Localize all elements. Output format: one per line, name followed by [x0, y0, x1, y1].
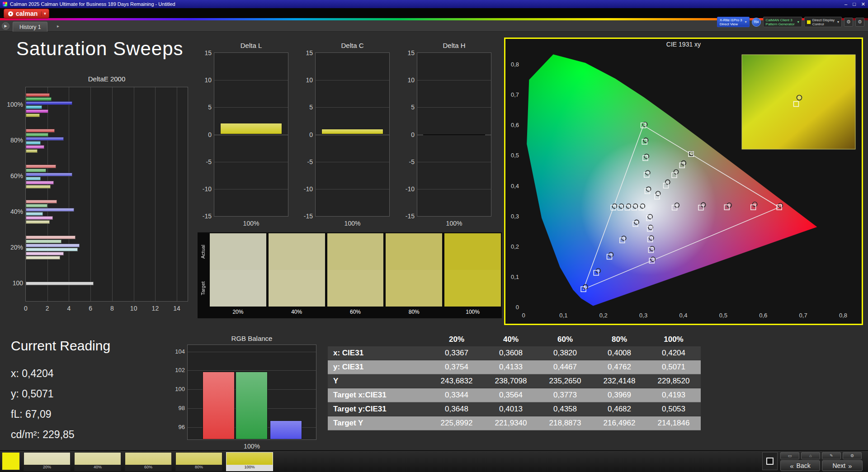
gridline [316, 162, 389, 162]
svg-text:0: 0 [516, 304, 519, 311]
reading-line: x: 0,4204 [11, 363, 174, 384]
pattern-window-button[interactable] [762, 452, 778, 470]
calman-menu-button[interactable]: calman ▾ [4, 9, 49, 19]
delta-e-bar [26, 145, 44, 149]
y-tick-label: 96 [170, 424, 185, 430]
swatch-label: 60% [125, 465, 171, 471]
saturation-level-swatch[interactable]: 100% [226, 452, 273, 471]
delta-e-bar [26, 244, 80, 247]
display-type: Control [812, 22, 835, 26]
row-label: Target x:CIE31 [328, 388, 429, 402]
display-name: Direct Display [812, 18, 835, 22]
reading-value: 67,09 [23, 408, 52, 420]
y-tick-label: 10 [196, 76, 212, 84]
group-label: 20% [3, 244, 23, 251]
meter-selector-dropdown[interactable]: X-Rite i1Pro 3 Direct View ▾ [717, 17, 750, 27]
tool-button[interactable]: ✎ [822, 452, 841, 459]
cell-value: 0,4013 [484, 402, 538, 416]
tool-button[interactable]: ⚙ [843, 452, 862, 459]
delta-h-chart[interactable]: 151050-5-10-15 [417, 52, 491, 217]
cell-value: 0,3648 [429, 402, 484, 416]
delta-l-chart[interactable]: 151050-5-10-15 [214, 52, 288, 217]
y-tick-label: -10 [196, 185, 212, 193]
svg-text:0,6: 0,6 [511, 122, 519, 128]
column-header [328, 333, 429, 346]
cell-value: 229,8520 [646, 374, 701, 388]
gridline [214, 162, 288, 162]
cell-value: 0,3367 [429, 346, 484, 360]
settings-gear-button[interactable]: ⚙ [844, 18, 853, 27]
x-tick-label: 10 [127, 305, 141, 312]
cell-value: 0,3969 [592, 388, 646, 402]
meter-status-badge: 704 [752, 18, 761, 27]
delta-e-bar [26, 141, 41, 145]
delta-e-bar [26, 208, 74, 212]
green-balance-bar [236, 372, 268, 439]
next-button[interactable]: Next » [822, 460, 863, 471]
reading-label: y: [11, 388, 19, 400]
page-title: Saturation Sweeps [16, 38, 184, 60]
back-label: Back [797, 462, 811, 469]
actual-swatch [327, 233, 384, 270]
panel-expander-button[interactable]: ▶ [2, 22, 9, 30]
gridline [417, 107, 491, 108]
cell-value: 0,4682 [592, 402, 646, 416]
maximize-button[interactable]: □ [853, 1, 856, 7]
scroll-arrow-icon: ▸ [57, 24, 59, 28]
rgb-balance-chart[interactable]: 1041021009896 [187, 345, 316, 440]
y-tick-label: -10 [297, 185, 313, 193]
minimize-button[interactable]: – [844, 1, 847, 7]
swatch-column: 100% [444, 233, 501, 317]
svg-text:0,8: 0,8 [511, 61, 519, 68]
cell-value: 214,1846 [646, 416, 701, 430]
settings-gear-button-2[interactable]: ⚙ [855, 18, 864, 27]
deltae-chart[interactable]: 02468101214100%80%60%40%20%100 [25, 87, 188, 302]
svg-text:0,5: 0,5 [719, 312, 727, 319]
back-button[interactable]: « Back [780, 460, 820, 471]
cell-value: 0,4008 [592, 346, 646, 360]
gridline [155, 87, 156, 301]
table-row: Target Y225,8992221,9340218,8873216,4962… [328, 416, 701, 430]
gridline [188, 352, 316, 352]
y-tick-label: -5 [399, 158, 415, 165]
swatch-column: 60% [327, 233, 384, 317]
display-control-dropdown[interactable]: Direct Display Control ▾ [804, 17, 842, 27]
actual-swatch [386, 233, 442, 270]
delta-c-chart[interactable]: 151050-5-10-15 [315, 52, 390, 217]
cell-value: 0,3820 [538, 346, 592, 360]
generator-name: CalMAN Client 3 [766, 18, 795, 22]
saturation-level-swatch[interactable]: 80% [175, 452, 222, 471]
delta-e-bar [26, 165, 56, 168]
red-balance-bar [203, 372, 235, 439]
table-header-row: 20%40%60%80%100% [328, 333, 701, 346]
tab-history-1[interactable]: History 1 [13, 22, 47, 32]
generator-type: Pattern Generator [766, 22, 795, 26]
pattern-generator-dropdown[interactable]: CalMAN Client 3 Pattern Generator ▾ [763, 17, 802, 27]
calman-logo-icon [8, 11, 13, 16]
target-row-label: Target [198, 270, 208, 307]
row-label: x: CIE31 [328, 346, 429, 360]
tool-button[interactable]: ▭ [780, 452, 799, 459]
swatch-label: 80% [176, 465, 222, 471]
cell-value: 0,3773 [538, 388, 592, 402]
target-swatch [210, 270, 266, 307]
reading-line: cd/m²: 229,85 [11, 425, 174, 445]
cell-value: 0,3564 [484, 388, 538, 402]
gridline [134, 87, 134, 301]
swatch-label: 40% [269, 307, 325, 317]
tool-button[interactable]: ⌂ [801, 452, 820, 459]
row-label: Target y:CIE31 [328, 402, 429, 416]
svg-text:0,3: 0,3 [639, 312, 647, 319]
column-header: 80% [592, 333, 646, 346]
x-tick-label: 4 [61, 305, 76, 312]
svg-text:0,1: 0,1 [559, 312, 567, 319]
saturation-level-swatch[interactable]: 60% [125, 452, 172, 471]
delta-e-bar [26, 177, 41, 180]
saturation-level-swatch[interactable]: 40% [74, 452, 121, 471]
tab-scroll-button[interactable]: ▸ [57, 24, 59, 28]
actual-target-swatch-panel: Actual Target 20%40%60%80%100% [198, 232, 502, 318]
delta-e-bar [26, 236, 75, 239]
saturation-level-swatch[interactable]: 20% [24, 452, 71, 471]
cie-1931-chart-panel[interactable]: CIE 1931 xy 00,10,20,30,40,50,60,70,800,… [504, 38, 863, 325]
close-button[interactable]: ✕ [861, 1, 865, 7]
